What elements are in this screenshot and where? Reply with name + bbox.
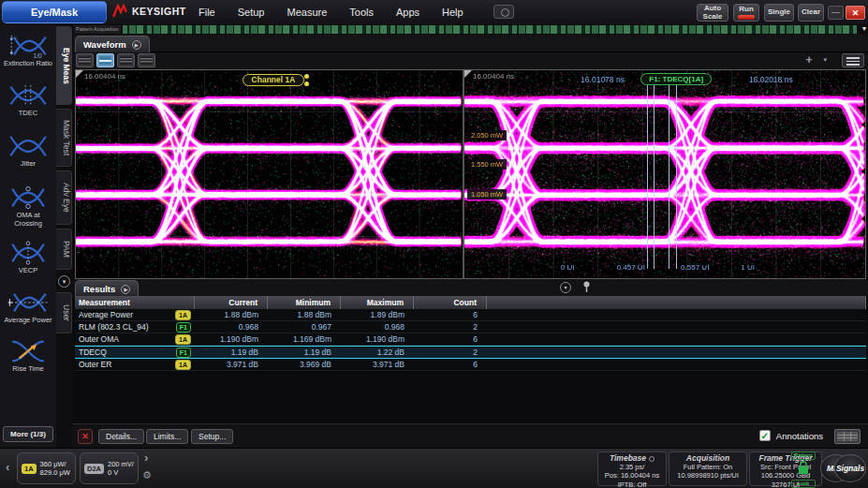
source-badge: 1A xyxy=(175,310,191,320)
acquisition-title: Acquisition xyxy=(669,453,746,463)
table-row-outer-er[interactable]: Outer ER1A 3.971 dB 3.969 dB 3.971 dB 6 xyxy=(75,359,866,371)
run-button[interactable]: Run xyxy=(733,4,759,22)
tab-pam[interactable]: PAM xyxy=(56,229,72,270)
sidebar-item-oma-at-crossing[interactable]: OMA at Crossing xyxy=(2,182,54,229)
annotations-checkbox[interactable]: ✓ xyxy=(759,430,771,441)
marker1-time: 16.01078 ns xyxy=(581,75,625,84)
graph-toolbar: + ▾ xyxy=(73,52,868,69)
channel-scale-line2: 0 V xyxy=(108,468,118,477)
signals-button[interactable]: Signals xyxy=(834,454,866,482)
single-label: Single xyxy=(768,8,790,16)
table-row-rlm[interactable]: RLM (802.3 CL_94)F1 0.968 0.967 0.968 2 xyxy=(75,321,866,333)
tdecq-window-line[interactable] xyxy=(669,85,669,269)
pin-icon[interactable] xyxy=(582,281,591,293)
table-row-average-power[interactable]: Average Power1A 1.88 dBm 1.88 dBm 1.89 d… xyxy=(75,309,866,321)
channel-1a-marker[interactable]: Channel 1A xyxy=(243,74,305,86)
menu-setup[interactable]: Setup xyxy=(238,7,265,18)
tdecq-window-line[interactable] xyxy=(654,85,655,269)
sidebar-item-extinction-ratio[interactable]: 1/0 Extinction Ratio xyxy=(2,30,54,70)
menu-help[interactable]: Help xyxy=(442,7,463,18)
minimize-button[interactable]: — xyxy=(828,6,844,20)
left-timestamp: 16.00404 ns xyxy=(84,72,125,81)
acquisition-pattern: Full Pattern: On xyxy=(669,463,746,471)
more-measurements-button[interactable]: More (1/3) xyxy=(3,426,53,442)
threshold-label-upper: 2.050 mW xyxy=(467,130,507,140)
timebase-scale: 2.35 ps/ xyxy=(598,463,666,471)
collapse-results-icon[interactable]: ▾ xyxy=(560,282,571,293)
layout-single-button[interactable] xyxy=(76,53,94,67)
eye-diagram-right-canvas[interactable] xyxy=(464,70,865,278)
row-name: Average Power xyxy=(79,310,133,319)
auto-scale-button[interactable]: Auto Scale xyxy=(697,4,728,22)
row-name: Outer OMA xyxy=(79,334,119,344)
channel-d2a-card[interactable]: D2A 200 mV/ 0 V xyxy=(80,452,139,484)
row-count: 6 xyxy=(414,333,487,345)
sidebar-item-tdec[interactable]: TDEC xyxy=(2,80,54,120)
table-row-tdecq[interactable]: TDECQF1 1.19 dB 1.19 dB 1.22 dB 2 xyxy=(75,346,866,359)
row-maximum: 1.89 dBm xyxy=(341,309,414,320)
eye-diagram-panel-left[interactable]: 16.00404 ns Channel 1A xyxy=(76,70,464,278)
clear-button[interactable]: Clear xyxy=(798,4,824,22)
timebase-panel[interactable]: Timebase 2.35 ps/ Pos: 16.00404 ns IPTB:… xyxy=(597,451,667,486)
sidebar-item-vecp[interactable]: VECP xyxy=(2,237,54,277)
layout-stack-button[interactable] xyxy=(117,53,135,67)
layout-grid-button[interactable] xyxy=(138,53,155,67)
col-minimum[interactable]: Minimum xyxy=(268,296,341,309)
tab-mask-test[interactable]: Mask Test xyxy=(56,109,72,167)
row-count: 6 xyxy=(414,359,487,370)
layout-split-button[interactable] xyxy=(96,53,114,67)
col-measurement[interactable]: Measurement xyxy=(75,296,195,309)
limit-fail-icon[interactable]: ✕ xyxy=(78,429,93,444)
tdecq-window-line[interactable] xyxy=(676,85,677,269)
table-layout-icon[interactable] xyxy=(834,429,861,444)
pattern-acquisition-label: Pattern Acquisition xyxy=(74,25,121,34)
results-tab-menu-icon[interactable]: ▶ xyxy=(121,285,130,294)
sidebar-item-jitter[interactable]: Jitter xyxy=(2,130,54,170)
close-button[interactable]: ✕ xyxy=(846,6,865,20)
layout-glyph xyxy=(99,56,111,65)
scroll-down-icon[interactable]: ▾ xyxy=(862,24,866,33)
eye-diagram-left-canvas[interactable] xyxy=(76,70,463,278)
graph-menu-icon[interactable] xyxy=(842,53,864,67)
tab-adv-eye[interactable]: Adv Eye xyxy=(56,170,72,225)
col-maximum[interactable]: Maximum xyxy=(341,296,414,309)
waveform-tab-menu-icon[interactable]: ▶ xyxy=(132,40,141,50)
setup-button[interactable]: Setup... xyxy=(191,429,233,444)
channel-scale: 360 μW/ 829.0 μW xyxy=(40,460,70,477)
screenshot-camera-icon[interactable] xyxy=(493,5,514,19)
table-row-outer-oma[interactable]: Outer OMA1A 1.190 dBm 1.169 dBm 1.190 dB… xyxy=(75,333,866,346)
row-minimum: 1.19 dB xyxy=(268,347,341,358)
channels-scroll-right-icon[interactable]: › xyxy=(144,451,148,465)
eye-mask-mode-button[interactable]: Eye/Mask xyxy=(2,1,107,23)
pan-dropdown-icon[interactable]: ▾ xyxy=(823,56,827,64)
single-button[interactable]: Single xyxy=(764,4,794,22)
col-current[interactable]: Current xyxy=(195,296,268,309)
marker-handle-dots[interactable] xyxy=(304,74,309,86)
sidebar-item-rise-time[interactable]: Rise Time xyxy=(2,335,54,376)
tab-collapse-icon[interactable]: ▾ xyxy=(58,275,70,288)
tdecq-function-marker[interactable]: F1: TDECQ[1A] xyxy=(640,73,712,85)
tab-user[interactable]: User xyxy=(56,292,72,333)
limits-button[interactable]: Limits... xyxy=(146,429,188,444)
pattern-bit-strip[interactable] xyxy=(123,25,857,34)
menu-tools[interactable]: Tools xyxy=(349,7,374,18)
tdecq-window-line[interactable] xyxy=(647,85,648,269)
eye-diagram-panel-right[interactable]: 16.00404 ns 16.01078 ns F1: TDECQ[1A] 16… xyxy=(464,70,865,278)
sidebar-item-label: Average Power xyxy=(4,317,51,325)
sidebar-item-average-power[interactable]: Average Power xyxy=(2,287,54,327)
menu-file[interactable]: File xyxy=(199,7,215,18)
menu-measure[interactable]: Measure xyxy=(287,7,327,18)
vecp-icon xyxy=(7,240,50,266)
row-current: 1.19 dB xyxy=(195,347,268,358)
channel-settings-gear-icon[interactable]: ⚙ xyxy=(142,469,152,481)
menu-apps[interactable]: Apps xyxy=(396,7,419,18)
col-count[interactable]: Count xyxy=(414,296,487,309)
acquisition-panel[interactable]: Acquisition Full Pattern: On 10.98998910… xyxy=(669,451,747,486)
channels-scroll-left-icon[interactable]: ‹ xyxy=(6,460,9,474)
details-button[interactable]: Details... xyxy=(98,429,144,444)
waveform-tab[interactable]: Waveform ▶ xyxy=(75,36,150,52)
channel-1a-card[interactable]: 1A 360 μW/ 829.0 μW xyxy=(17,452,76,484)
pan-zoom-icon[interactable]: + xyxy=(801,53,817,67)
tab-eye-meas[interactable]: Eye Meas xyxy=(56,26,72,105)
results-tab[interactable]: Results ▶ xyxy=(75,280,139,297)
